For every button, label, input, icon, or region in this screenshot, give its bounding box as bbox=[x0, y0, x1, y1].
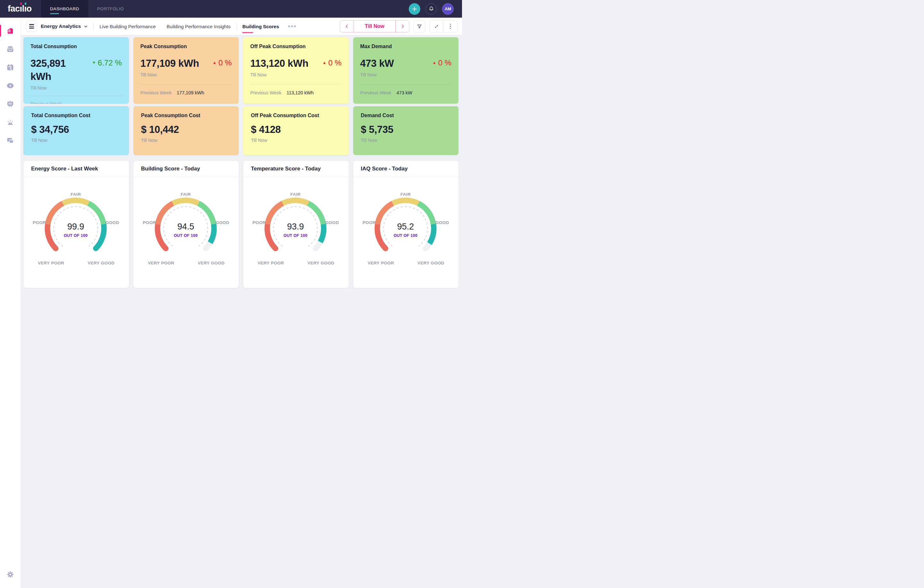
svg-text:99.9: 99.9 bbox=[68, 222, 84, 231]
topbar-actions: AM bbox=[409, 3, 462, 15]
notifications-button[interactable] bbox=[426, 3, 437, 15]
trend-indicator: ▲ 0 % bbox=[213, 57, 232, 67]
gauge-svg: VERY POORPOORFAIRGOODVERY GOOD93.9OUT OF… bbox=[248, 187, 344, 269]
card-title: Max Demand bbox=[360, 44, 452, 50]
topbar: facılıo DASHBOARD PORTFOLIO AM bbox=[0, 0, 462, 18]
avatar[interactable]: AM bbox=[442, 3, 454, 15]
tab-building-scores[interactable]: Building Scores bbox=[242, 24, 280, 29]
tab-portfolio[interactable]: PORTFOLIO bbox=[88, 0, 133, 18]
sidebar-item-maintenance[interactable] bbox=[0, 58, 21, 76]
gauge-svg: VERY POORPOORFAIRGOODVERY GOOD95.2OUT OF… bbox=[357, 187, 454, 269]
trend-value: 0 % bbox=[218, 59, 232, 67]
gauge-svg: VERY POORPOORFAIRGOODVERY GOOD99.9OUT OF… bbox=[28, 187, 124, 269]
card-period: Till Now bbox=[361, 138, 451, 143]
inbox-icon bbox=[6, 45, 15, 53]
trend-value: 0 % bbox=[328, 59, 342, 67]
score-row: Energy Score - Last Week VERY POORPOORFA… bbox=[23, 161, 459, 288]
dashboard-selector-label: Energy Analytics bbox=[41, 23, 81, 29]
card-period: Till Now bbox=[251, 138, 341, 143]
sidebar-item-energy[interactable] bbox=[0, 76, 21, 95]
time-range-next-button[interactable] bbox=[396, 21, 409, 32]
sidebar-item-inbox[interactable] bbox=[0, 40, 21, 58]
card-off-peak-consumption[interactable]: Off Peak Consumption 113,120 kWh ▲ 0 % T… bbox=[243, 37, 349, 104]
sidebar-item-apps[interactable] bbox=[0, 131, 21, 150]
card-value: $ 34,756 bbox=[31, 124, 121, 135]
expand-button[interactable] bbox=[430, 21, 444, 32]
card-title: Off Peak Consumption Cost bbox=[251, 113, 341, 119]
card-footer: Previous Week 177,109 kWh bbox=[140, 84, 232, 104]
trend-down-icon: ▼ bbox=[92, 59, 96, 66]
card-iaq-score[interactable]: IAQ Score - Today VERY POORPOORFAIRGOODV… bbox=[353, 161, 459, 288]
tab-live-building-performance[interactable]: Live Building Performance bbox=[99, 24, 156, 29]
kebab-menu-button[interactable] bbox=[444, 21, 457, 32]
add-button[interactable] bbox=[409, 3, 420, 15]
more-tabs-button[interactable] bbox=[288, 25, 296, 27]
svg-text:POOR: POOR bbox=[33, 220, 46, 225]
trend-up-icon: ▲ bbox=[322, 59, 326, 66]
svg-text:FAIR: FAIR bbox=[290, 192, 300, 197]
sidebar-item-alarms[interactable] bbox=[0, 113, 21, 131]
tab-building-performance-insights[interactable]: Building Performance Insights bbox=[166, 24, 231, 29]
svg-text:OUT OF 100: OUT OF 100 bbox=[64, 233, 88, 238]
tab-dashboard-label: DASHBOARD bbox=[50, 7, 79, 11]
svg-text:VERY GOOD: VERY GOOD bbox=[87, 261, 114, 266]
card-value: $ 4128 bbox=[251, 124, 341, 135]
filter-button[interactable] bbox=[413, 20, 426, 32]
gauge-chart: VERY POORPOORFAIRGOODVERY GOOD99.9OUT OF… bbox=[23, 177, 129, 288]
expand-icon bbox=[434, 24, 439, 29]
svg-text:POOR: POOR bbox=[252, 220, 266, 225]
trend-up-icon: ▲ bbox=[213, 59, 216, 66]
card-value: 325,891 kWh bbox=[30, 57, 83, 83]
kpi-row: Total Consumption 325,891 kWh ▼ 6.72 % T… bbox=[23, 37, 459, 104]
toolbar-actions: Till Now bbox=[340, 20, 457, 32]
card-period: Till Now bbox=[31, 138, 121, 143]
plus-icon bbox=[412, 7, 417, 12]
svg-text:POOR: POOR bbox=[363, 220, 376, 225]
svg-text:VERY GOOD: VERY GOOD bbox=[307, 261, 334, 266]
sidebar bbox=[0, 18, 21, 294]
card-title: Demand Cost bbox=[361, 113, 451, 119]
board-chart-icon bbox=[6, 100, 15, 108]
sidebar-item-dashboards[interactable] bbox=[0, 95, 21, 113]
svg-text:94.5: 94.5 bbox=[177, 222, 194, 231]
svg-text:VERY POOR: VERY POOR bbox=[148, 261, 174, 266]
svg-text:OUT OF 100: OUT OF 100 bbox=[173, 233, 198, 238]
card-footer: Previous Week 113,120 kWh bbox=[250, 84, 342, 104]
card-peak-consumption-cost[interactable]: Peak Consumption Cost $ 10,442 Till Now bbox=[134, 106, 239, 155]
card-temperature-score[interactable]: Temperature Score - Today VERY POORPOORF… bbox=[243, 161, 349, 288]
chevron-right-icon bbox=[400, 24, 405, 29]
filter-funnel-icon bbox=[416, 23, 422, 30]
svg-text:95.2: 95.2 bbox=[397, 222, 414, 231]
trend-value: 0 % bbox=[438, 59, 451, 67]
card-title: Building Score - Today bbox=[141, 166, 200, 172]
card-energy-score[interactable]: Energy Score - Last Week VERY POORPOORFA… bbox=[23, 161, 129, 288]
card-demand-cost[interactable]: Demand Cost $ 5,735 Till Now bbox=[353, 106, 459, 155]
card-title: Total Consumption Cost bbox=[31, 113, 121, 119]
svg-text:GOOD: GOOD bbox=[216, 220, 229, 225]
time-range-prev-button[interactable] bbox=[340, 21, 353, 32]
facilio-logo[interactable]: facılıo bbox=[0, 4, 41, 14]
card-total-consumption-cost[interactable]: Total Consumption Cost $ 34,756 Till Now bbox=[23, 106, 129, 155]
sidebar-item-building[interactable] bbox=[0, 21, 21, 40]
card-period: Till Now bbox=[141, 138, 231, 143]
gauge-chart: VERY POORPOORFAIRGOODVERY GOOD95.2OUT OF… bbox=[353, 177, 459, 288]
card-total-consumption[interactable]: Total Consumption 325,891 kWh ▼ 6.72 % T… bbox=[23, 37, 129, 104]
cost-row: Total Consumption Cost $ 34,756 Till Now… bbox=[23, 106, 459, 155]
card-off-peak-consumption-cost[interactable]: Off Peak Consumption Cost $ 4128 Till No… bbox=[243, 106, 349, 155]
card-building-score[interactable]: Building Score - Today VERY POORPOORFAIR… bbox=[134, 161, 239, 288]
hamburger-menu-button[interactable] bbox=[26, 21, 37, 32]
calendar-wrench-icon bbox=[6, 63, 15, 71]
card-max-demand[interactable]: Max Demand 473 kW ▲ 0 % Till Now Previou… bbox=[353, 37, 459, 104]
svg-text:OUT OF 100: OUT OF 100 bbox=[284, 233, 308, 238]
previous-week-label: Previous Week bbox=[140, 90, 172, 95]
time-range-label[interactable]: Till Now bbox=[353, 21, 396, 32]
dashboard-selector[interactable]: Energy Analytics bbox=[41, 23, 88, 29]
card-peak-consumption[interactable]: Peak Consumption 177,109 kWh ▲ 0 % Till … bbox=[134, 37, 239, 104]
alarm-siren-icon bbox=[6, 118, 15, 126]
svg-text:OUT OF 100: OUT OF 100 bbox=[393, 233, 417, 238]
tab-dashboard[interactable]: DASHBOARD bbox=[41, 0, 88, 18]
svg-text:FAIR: FAIR bbox=[71, 192, 81, 197]
chevron-left-icon bbox=[344, 24, 350, 29]
svg-text:GOOD: GOOD bbox=[436, 220, 449, 225]
card-actions bbox=[429, 20, 457, 32]
